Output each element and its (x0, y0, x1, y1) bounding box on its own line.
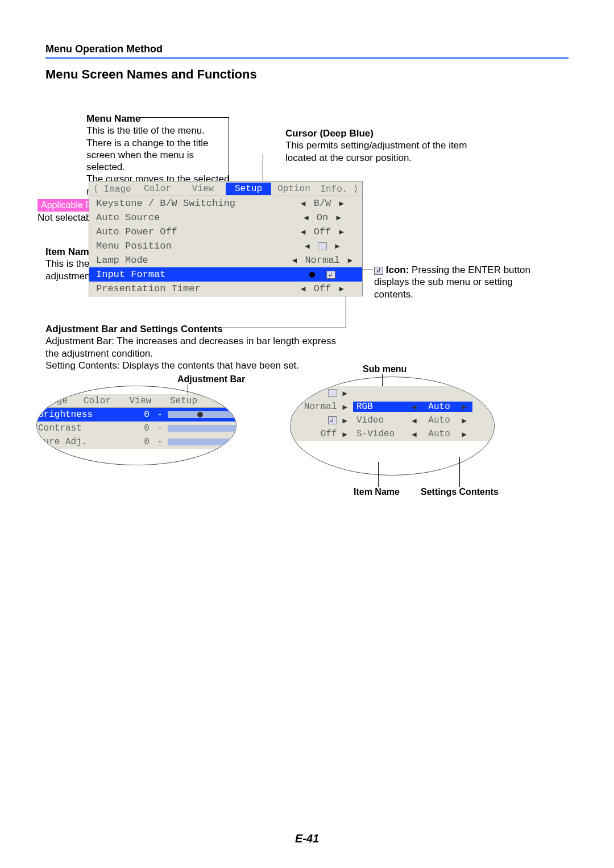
main-menu-diagram: Image Color View Setup Option Info. Keys… (89, 181, 363, 296)
ann-icon-title: Icon: (386, 264, 409, 275)
enter-icon-inline (374, 267, 383, 275)
inset-submenu: ▶Normal▶RGB◀Auto▶▶Video◀Auto▶Off▶S-Video… (290, 377, 495, 476)
menu-item-value: ◀ B/W ▶ (286, 198, 359, 209)
submenu-row: ▶Video◀Auto▶ (291, 414, 495, 427)
ann-icon: Icon: Pressing the ENTER button displays… (374, 264, 539, 300)
menu-item[interactable]: Auto Power Off◀ Off ▶ (89, 225, 362, 239)
leader-line (378, 462, 379, 487)
menu-item-value: ◀ ▶ (286, 241, 359, 251)
inset-tab: View (119, 394, 162, 407)
leader-line (140, 117, 229, 118)
menu-item[interactable]: Lamp Mode◀ Normal ▶ (89, 253, 362, 267)
menu-item[interactable]: Keystone / B/W Switching◀ B/W ▶ (89, 196, 362, 210)
menu-item-label: Input Format (93, 269, 286, 280)
submenu-row: Normal▶RGB◀Auto▶ (291, 400, 495, 414)
tab-image[interactable]: Image (89, 182, 135, 196)
menu-item-label: Auto Power Off (93, 226, 286, 237)
menu-item-value: ◀ Normal ▶ (286, 255, 359, 266)
menu-item-value: ◀ Off ▶ (286, 283, 359, 294)
inset-tab: Color (76, 394, 119, 407)
header-title: Menu Operation Method (45, 43, 569, 57)
menu-item[interactable]: Auto Source◀ On ▶ (89, 210, 362, 225)
inset-tab: Image (36, 394, 76, 407)
tab-setup[interactable]: Setup (226, 183, 271, 195)
menu-item-label: Menu Position (93, 241, 286, 251)
submenu-right[interactable]: Video◀Auto▶ (353, 415, 472, 425)
menu-tabs: Image Color View Setup Option Info. (89, 181, 362, 196)
submenu-row: Off▶S-Video◀Auto▶ (291, 427, 495, 441)
page-header: Menu Operation Method (45, 43, 569, 59)
leader-line (229, 117, 229, 181)
ann-adjbar-body: Adjustment Bar: The increases and decrea… (45, 335, 341, 371)
menu-item-value: ◀ On ▶ (286, 212, 359, 223)
label-settings-contents: Settings Contents (421, 487, 499, 497)
menu-item-label: Auto Source (93, 212, 286, 223)
label-submenu: Sub menu (363, 364, 406, 374)
menu-item-label: Lamp Mode (93, 255, 286, 266)
tab-option[interactable]: Option (271, 183, 317, 195)
leader-line (459, 457, 460, 487)
leader-line (205, 328, 346, 328)
enter-icon (326, 271, 335, 279)
adjust-row[interactable]: Brightness0-+ (36, 408, 237, 421)
adjust-row[interactable]: Contrast0-+ (36, 421, 237, 435)
ann-menu-name-title: Menu Name (86, 113, 140, 124)
section-title: Menu Screen Names and Functions (45, 67, 257, 82)
ann-cursor-body: This permits setting/adjustment of the i… (285, 139, 467, 164)
ann-cursor-title: Cursor (Deep Blue) (285, 128, 374, 139)
menu-item-value (286, 269, 359, 280)
submenu-row: ▶ (291, 386, 495, 400)
label-adjustment-bar: Adjustment Bar (177, 374, 245, 385)
ann-adjbar: Adjustment Bar and Settings Contents Adj… (45, 323, 341, 371)
menu-item[interactable]: Menu Position◀ ▶ (89, 239, 362, 253)
submenu-right[interactable]: RGB◀Auto▶ (353, 402, 472, 412)
menu-item-value: ◀ Off ▶ (286, 226, 359, 237)
adjust-row[interactable]: …ure Adj.0-+ (36, 435, 237, 449)
ann-adjbar-title: Adjustment Bar and Settings Contents (45, 324, 223, 334)
label-item-name: Item Name (354, 487, 400, 497)
menu-item-label: Presentation Timer (93, 283, 286, 294)
submenu-right[interactable]: S-Video◀Auto▶ (353, 429, 472, 439)
ann-item-name-title: Item Name (45, 246, 94, 257)
menu-item[interactable]: Input Format (89, 267, 362, 282)
tab-view[interactable]: View (180, 183, 226, 195)
header-rule (45, 57, 569, 59)
page-number: E-41 (0, 832, 614, 845)
inset-adjustment: Image Color View Setup Opt Brightness0-+… (36, 386, 237, 465)
inset-tab: Setup (162, 394, 205, 407)
inset-tab: Opt (205, 394, 237, 407)
ann-cursor: Cursor (Deep Blue) This permits setting/… (285, 127, 467, 164)
menu-item-label: Keystone / B/W Switching (93, 198, 286, 209)
tab-color[interactable]: Color (135, 183, 180, 195)
leader-line (263, 154, 263, 181)
menu-item[interactable]: Presentation Timer◀ Off ▶ (89, 282, 362, 296)
tab-info[interactable]: Info. (317, 182, 362, 196)
